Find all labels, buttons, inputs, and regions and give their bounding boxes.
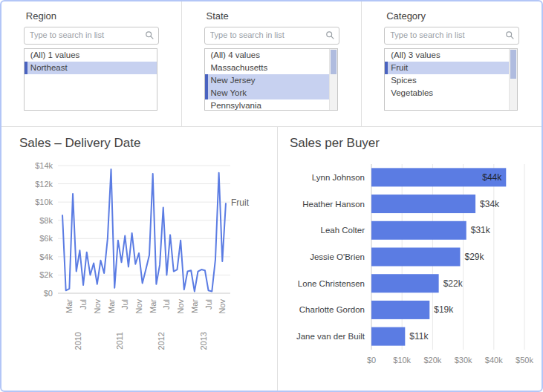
y-tick-label: $12k xyxy=(35,180,53,189)
list-item[interactable]: Fruit xyxy=(385,62,517,74)
sales-line[interactable] xyxy=(62,169,226,292)
y-tick-label: $0 xyxy=(44,289,53,298)
category-label: Leah Colter xyxy=(321,226,365,235)
category-label: Heather Hanson xyxy=(302,200,365,209)
list-item[interactable]: Northeast xyxy=(25,62,157,74)
bar[interactable] xyxy=(371,327,405,346)
list-item[interactable]: Pennsylvania xyxy=(205,99,337,111)
x-tick-label: $40k xyxy=(485,356,503,365)
category-label: Jane van der Built xyxy=(296,332,365,341)
value-label: $34k xyxy=(480,199,500,209)
line-chart-panel: Sales – Delivery Date $0$2k$4k$6k$8k$10k… xyxy=(1,127,278,391)
list-scrollbar[interactable] xyxy=(509,49,517,110)
bar[interactable] xyxy=(371,195,475,213)
value-label: $44k xyxy=(482,172,502,183)
value-label: $22k xyxy=(443,278,464,289)
x-tick-label: $50k xyxy=(516,356,533,365)
list-scrollbar[interactable] xyxy=(329,49,337,110)
x-tick-label: Jul xyxy=(120,299,129,310)
y-tick-label: $10k xyxy=(35,197,53,206)
value-label: $31k xyxy=(471,225,491,235)
category-list: (All) 3 valuesFruitSpicesVegetables xyxy=(384,48,518,111)
list-item[interactable]: New York xyxy=(205,87,337,99)
bar[interactable] xyxy=(371,301,429,319)
x-tick-label: Mar xyxy=(190,299,199,313)
line-chart-title: Sales – Delivery Date xyxy=(19,136,277,151)
year-tick-label: 2011 xyxy=(115,332,124,350)
bar-chart-title: Sales per Buyer xyxy=(290,136,542,151)
state-list: (All) 4 valuesMassachusettsNew JerseyNew… xyxy=(204,48,338,111)
x-tick-label: Mar xyxy=(149,299,157,313)
list-item[interactable]: (All) 3 values xyxy=(385,49,517,62)
filter-title-category: Category xyxy=(386,10,519,22)
region-search-box xyxy=(24,27,159,45)
year-tick-label: 2012 xyxy=(157,332,166,350)
scrollbar-thumb[interactable] xyxy=(331,50,336,74)
category-search-input[interactable] xyxy=(385,27,503,42)
x-tick-label: $30k xyxy=(455,356,472,365)
category-label: Lynn Johnson xyxy=(312,173,365,182)
series-label: Fruit xyxy=(231,197,250,208)
list-item[interactable]: Massachusetts xyxy=(205,62,337,74)
search-icon xyxy=(505,30,515,40)
charts-row: Sales – Delivery Date $0$2k$4k$6k$8k$10k… xyxy=(1,127,542,391)
category-label: Lone Christensen xyxy=(298,279,365,288)
bar-chart-panel: Sales per Buyer $0$10k$20k$30k$40k$50kLy… xyxy=(278,127,542,391)
x-tick-label: Nov xyxy=(176,299,185,314)
x-tick-label: $0 xyxy=(367,356,376,365)
x-tick-label: Nov xyxy=(93,299,102,314)
year-tick-label: 2010 xyxy=(74,332,82,350)
dashboard: Region (All) 1 valuesNortheast State xyxy=(0,0,543,392)
list-item[interactable]: (All) 1 values xyxy=(25,49,157,62)
y-tick-label: $6k xyxy=(39,234,53,243)
bar[interactable] xyxy=(371,221,466,240)
x-tick-label: Jul xyxy=(162,299,171,310)
state-search-box xyxy=(204,27,339,45)
x-tick-label: Nov xyxy=(218,299,227,314)
y-tick-label: $14k xyxy=(35,161,53,170)
category-search-box xyxy=(384,27,519,45)
filter-panel-state: State (All) 4 valuesMassachusettsNew Jer… xyxy=(182,1,362,126)
value-label: $19k xyxy=(434,304,454,315)
category-label: Charlotte Gordon xyxy=(299,305,365,314)
list-item[interactable]: Vegetables xyxy=(385,87,517,99)
bar[interactable] xyxy=(371,274,439,293)
value-label: $29k xyxy=(464,252,484,262)
list-item[interactable]: (All) 4 values xyxy=(205,49,337,62)
bar[interactable] xyxy=(371,248,460,267)
sales-per-buyer-chart[interactable]: $0$10k$20k$30k$40k$50kLynn Johnson$44kHe… xyxy=(290,155,538,376)
list-item[interactable]: New Jersey xyxy=(205,74,337,87)
list-item[interactable]: Spices xyxy=(385,74,517,87)
value-label: $11k xyxy=(409,331,429,342)
filter-panel-region: Region (All) 1 valuesNortheast xyxy=(1,1,182,126)
search-icon xyxy=(145,30,155,40)
filter-panel-category: Category (All) 3 valuesFruitSpicesVegeta… xyxy=(362,1,542,126)
x-tick-label: Nov xyxy=(134,299,143,314)
region-search-input[interactable] xyxy=(25,27,143,42)
x-tick-label: $20k xyxy=(423,356,441,365)
filter-title-region: Region xyxy=(26,10,159,22)
filters-row: Region (All) 1 valuesNortheast State xyxy=(1,1,542,127)
x-tick-label: Mar xyxy=(107,299,116,313)
region-list: (All) 1 valuesNortheast xyxy=(24,48,157,111)
y-tick-label: $2k xyxy=(39,270,53,279)
year-tick-label: 2013 xyxy=(199,332,208,350)
scrollbar-thumb[interactable] xyxy=(510,50,516,79)
search-icon xyxy=(325,30,335,40)
state-search-input[interactable] xyxy=(205,27,323,42)
x-tick-label: Jul xyxy=(204,299,213,310)
sales-delivery-date-chart[interactable]: $0$2k$4k$6k$8k$10k$12k$14kMarJulNovMarJu… xyxy=(19,155,275,370)
x-tick-label: $10k xyxy=(393,356,411,365)
filter-title-state: State xyxy=(207,10,339,22)
x-tick-label: Mar xyxy=(65,299,74,313)
category-label: Jessie O'Brien xyxy=(310,252,365,261)
y-tick-label: $4k xyxy=(39,252,53,261)
x-tick-label: Jul xyxy=(79,299,88,310)
y-tick-label: $8k xyxy=(39,216,53,225)
